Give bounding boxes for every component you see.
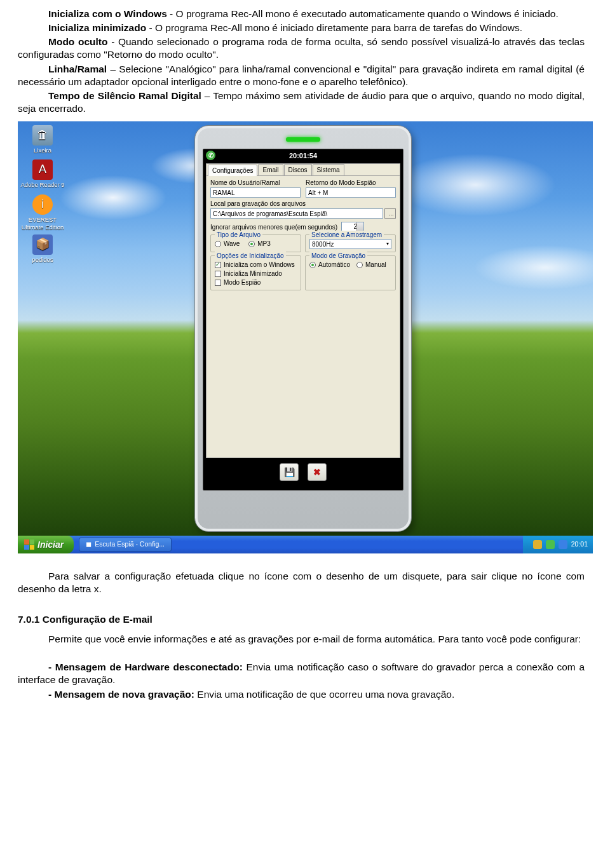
check-modo-espiao[interactable]: Modo Espião bbox=[215, 278, 297, 287]
device-led-icon bbox=[286, 137, 320, 142]
radio-manual[interactable]: Manual bbox=[356, 261, 386, 269]
phone-icon: ✆ bbox=[206, 151, 215, 160]
radio-wave[interactable]: Wave bbox=[215, 240, 240, 248]
app-taskbar-icon: ◼ bbox=[86, 540, 92, 549]
tab-email[interactable]: Email bbox=[258, 164, 283, 175]
windows-logo-icon bbox=[24, 539, 34, 550]
list-item: - Mensagem de Hardware desconectado: Env… bbox=[18, 661, 585, 686]
tab-sistema[interactable]: Sistema bbox=[313, 164, 344, 175]
status-bar: ✆ 20:01:54 bbox=[203, 149, 403, 162]
system-tray[interactable]: 20:01 bbox=[523, 536, 593, 553]
adobe-reader-icon: A bbox=[32, 159, 53, 180]
settings-panel: Configurações Email Discos Sistema Nome … bbox=[206, 163, 400, 458]
input-retorno[interactable] bbox=[306, 187, 396, 198]
term: Inicializa com o Windows bbox=[48, 8, 167, 19]
label-ignorar: Ignorar arquivos menores que(em segundos… bbox=[210, 223, 337, 231]
radio-mp3[interactable]: MP3 bbox=[248, 240, 271, 248]
group-modo-gravacao: Modo de Gravação Automático Manual bbox=[305, 255, 396, 290]
tab-discos[interactable]: Discos bbox=[284, 164, 312, 175]
tray-icon[interactable] bbox=[533, 540, 542, 549]
term: Inicializa minimizado bbox=[48, 22, 146, 33]
term: Linha/Ramal bbox=[48, 64, 107, 74]
input-user[interactable] bbox=[210, 187, 301, 198]
pedidos-icon: 📦 bbox=[32, 234, 53, 255]
label-retorno: Retorno do Modo Espião bbox=[306, 179, 396, 187]
recycle-bin-icon: 🗑 bbox=[32, 125, 53, 146]
device-frame: ✆ 20:01:54 Configurações Email Discos Si… bbox=[194, 125, 412, 532]
label-local: Local para gravação dos arquivos bbox=[210, 200, 396, 208]
floppy-icon: 💾 bbox=[284, 467, 295, 477]
paragraph: Inicializa minimizado - O programa Rec-A… bbox=[18, 22, 585, 34]
desktop-icon-everest[interactable]: i EVEREST Ultimate Edition bbox=[20, 194, 65, 232]
group-amostragem: Selecione a Amostragem 8000Hz bbox=[305, 234, 396, 252]
status-clock: 20:01:54 bbox=[289, 151, 317, 160]
taskbar-item-app[interactable]: ◼ Escuta Espiã - Config... bbox=[79, 538, 172, 552]
paragraph: Linha/Ramal – Selecione "Analógico" para… bbox=[18, 63, 585, 88]
desktop-icon-recycle-bin[interactable]: 🗑 Lixeira bbox=[20, 125, 65, 154]
screenshot-desktop: 🗑 Lixeira A Adobe Reader 9 i EVEREST Ult… bbox=[18, 121, 593, 553]
taskbar: Iniciar ◼ Escuta Espiã - Config... 20:01 bbox=[18, 536, 593, 553]
tray-clock: 20:01 bbox=[571, 540, 588, 549]
paragraph: Inicializa com o Windows - O programa Re… bbox=[18, 8, 585, 20]
tab-strip: Configurações Email Discos Sistema bbox=[207, 164, 400, 176]
input-path[interactable] bbox=[210, 208, 383, 219]
browse-button[interactable]: ... bbox=[384, 208, 396, 219]
device-screen: ✆ 20:01:54 Configurações Email Discos Si… bbox=[203, 149, 403, 491]
everest-icon: i bbox=[32, 194, 53, 215]
desktop-icon-pedidos[interactable]: 📦 pedidos bbox=[20, 234, 65, 264]
desktop-icon-adobe-reader[interactable]: A Adobe Reader 9 bbox=[20, 159, 65, 189]
label-user: Nome do Usuário/Ramal bbox=[210, 179, 301, 187]
panel-actions: 💾 ✖ bbox=[203, 463, 403, 485]
group-tipo-arquivo: Tipo de Arquivo Wave MP3 bbox=[210, 234, 301, 252]
list-item: - Mensagem de nova gravação: Envia uma n… bbox=[18, 688, 585, 701]
paragraph: Permite que você envie informações e até… bbox=[18, 633, 585, 646]
paragraph: Modo oculto - Quando selecionado o progr… bbox=[18, 36, 585, 61]
settings-form: Nome do Usuário/Ramal Retorno do Modo Es… bbox=[207, 176, 400, 458]
group-opcoes-inicializacao: Opções de Inicialização ✓Inicializa com … bbox=[210, 255, 301, 290]
tab-configuracoes[interactable]: Configurações bbox=[208, 165, 257, 176]
start-button[interactable]: Iniciar bbox=[18, 536, 74, 553]
close-icon: ✖ bbox=[313, 467, 321, 477]
check-init-windows[interactable]: ✓Inicializa com o Windows bbox=[215, 261, 297, 269]
paragraph: Tempo de Silêncio Ramal Digital – Tempo … bbox=[18, 90, 585, 115]
close-button[interactable]: ✖ bbox=[308, 463, 327, 481]
select-amostragem[interactable]: 8000Hz bbox=[309, 239, 391, 249]
term: Modo oculto bbox=[48, 36, 107, 47]
check-init-minimized[interactable]: Inicializa Minimizado bbox=[215, 269, 297, 278]
tray-icon[interactable] bbox=[559, 540, 567, 549]
paragraph: Para salvar a configuração efetuada cliq… bbox=[18, 570, 585, 595]
term: Tempo de Silêncio Ramal Digital bbox=[48, 90, 201, 101]
tray-icon[interactable] bbox=[546, 540, 555, 549]
device-top-bar bbox=[195, 131, 411, 147]
document-body: Inicializa com o Windows - O programa Re… bbox=[0, 0, 610, 722]
radio-automatico[interactable]: Automático bbox=[309, 261, 350, 269]
save-button[interactable]: 💾 bbox=[280, 463, 299, 481]
section-heading: 7.0.1 Configuração de E-mail bbox=[18, 613, 585, 626]
